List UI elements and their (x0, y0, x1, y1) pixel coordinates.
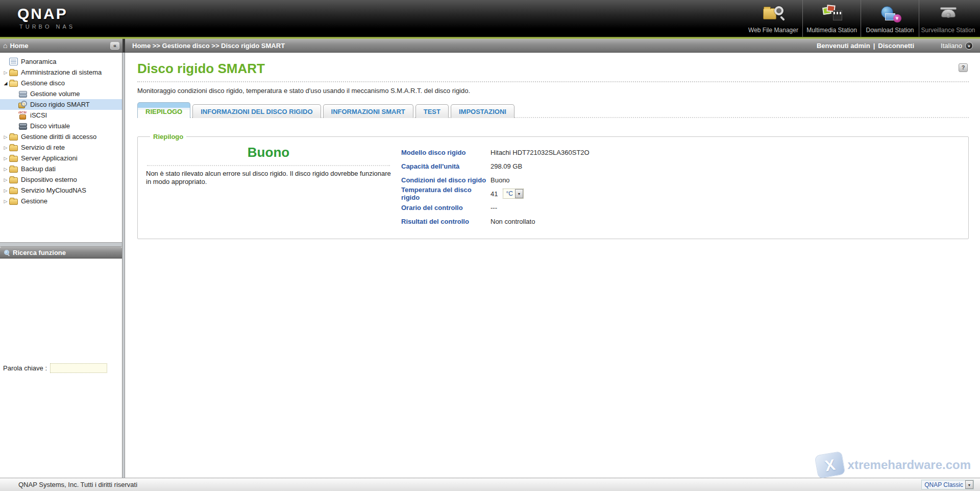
sidebar-item-iscsi[interactable]: iSCSI (0, 110, 122, 121)
expand-arrow-icon[interactable]: ▷ (2, 199, 9, 204)
breadcrumb[interactable]: Home >> Gestione disco >> Disco rigido S… (132, 42, 285, 50)
tab-informazioni-del-disco-rigido[interactable]: INFORMAZIONI DEL DISCO RIGIDO (192, 104, 321, 118)
expand-arrow-icon[interactable]: ▷ (2, 134, 9, 139)
sidebar-item-gestione-diritti-di-accesso[interactable]: ▷Gestione diritti di accesso (0, 131, 122, 142)
expand-arrow-icon[interactable]: ▷ (2, 188, 9, 193)
search-label: Parola chiave : (3, 364, 47, 372)
temperature-unit-select[interactable]: °C▼ (503, 189, 523, 199)
navigation-tree: Panoramica▷Amministrazione di sistema◢Ge… (0, 53, 122, 243)
summary-panel-legend: Riepilogo (150, 133, 186, 141)
folder-open-icon (9, 81, 18, 87)
field-label: Condizioni del disco rigido (401, 176, 491, 184)
tab-test[interactable]: TEST (415, 104, 449, 118)
logout-link[interactable]: Disconnetti (878, 42, 914, 50)
webfile-icon (761, 5, 786, 25)
sidebar-item-gestione-volume[interactable]: Gestione volume (0, 88, 122, 99)
sidebar-divider (0, 243, 122, 247)
qnap-logo: QNAP TURBO NAS (0, 0, 75, 37)
expand-arrow-icon[interactable]: ▷ (2, 70, 9, 75)
sidebar-item-label: Gestione (21, 196, 47, 206)
status-description: Non è stato rilevato alcun errore sul di… (146, 170, 391, 186)
sidebar-item-server-applicazioni[interactable]: ▷Server Applicazioni (0, 153, 122, 163)
language-selector[interactable]: Italiano ▼ (941, 42, 973, 50)
sidebar-item-dispositivo-esterno[interactable]: ▷Dispositivo esterno (0, 174, 122, 185)
field-row: Condizioni del disco rigidoBuono (401, 175, 590, 184)
turbo-nas-text: TURBO NAS (19, 24, 75, 30)
search-panel-body: Parola chiave : (0, 259, 122, 478)
sidebar-item-servizio-mycloudnas[interactable]: ▷Servizio MyCloudNAS (0, 185, 122, 196)
sidebar-item-amministrazione-di-sistema[interactable]: ▷Amministrazione di sistema (0, 67, 122, 78)
status-column: Buono Non è stato rilevato alcun errore … (143, 143, 394, 230)
tab-riepilogo[interactable]: RIEPILOGO (137, 102, 190, 118)
app-shortcut-label: Surveillance Station (921, 27, 975, 34)
sidebar-item-label: Gestione volume (30, 88, 80, 99)
folder-icon (9, 188, 18, 194)
sidebar-item-gestione-disco[interactable]: ◢Gestione disco (0, 78, 122, 88)
surveillance-icon (936, 5, 961, 25)
app-shortcut-label: Multimedia Station (806, 27, 857, 34)
app-shortcut-download[interactable]: ▼Download Station (861, 0, 919, 37)
sidebar-item-label: Disco virtuale (30, 121, 70, 131)
tab-impostazioni[interactable]: IMPOSTAZIONI (451, 104, 514, 118)
vdisk-icon (18, 123, 27, 130)
sidebar-item-panoramica[interactable]: Panoramica (0, 56, 122, 67)
sidebar-item-disco-virtuale[interactable]: Disco virtuale (0, 121, 122, 131)
sidebar-item-servizio-di-rete[interactable]: ▷Servizio di rete (0, 142, 122, 153)
field-value: Buono (491, 176, 510, 184)
field-value: Hitachi HDT721032SLA360ST2O (491, 149, 590, 156)
help-button[interactable]: ? (959, 63, 968, 72)
camera-dome-shape (941, 9, 955, 17)
smart-icon (18, 101, 27, 108)
folder-icon (9, 199, 18, 205)
language-dropdown-icon[interactable]: ▼ (965, 42, 973, 50)
sidebar-item-gestione[interactable]: ▷Gestione (0, 196, 122, 206)
magnifier-shape (774, 6, 783, 15)
field-value: Non controllato (491, 218, 535, 225)
sidebar-item-backup-dati[interactable]: ▷Backup dati (0, 163, 122, 174)
clapperboard-shape (833, 10, 842, 20)
expand-arrow-icon[interactable]: ▷ (2, 167, 9, 172)
collapse-arrow-icon[interactable]: ◢ (2, 81, 9, 86)
app-shortcut-multimedia[interactable]: Multimedia Station (802, 0, 861, 37)
sidebar-item-label: Servizio MyCloudNAS (21, 185, 86, 196)
sidebar-item-disco-rigido-smart[interactable]: Disco rigido SMART (0, 99, 122, 110)
expand-arrow-icon[interactable]: ▷ (2, 145, 9, 150)
top-bar: QNAP TURBO NAS Web File ManagerMultimedi… (0, 0, 980, 37)
search-panel-title: Ricerca funzione (13, 249, 66, 256)
page-description: Monitoraggio condizioni disco rigido, te… (137, 87, 969, 95)
field-row: Orario del controllo--- (401, 203, 590, 212)
main-content: ? Disco rigido SMART Monitoraggio condiz… (125, 53, 980, 478)
status-value: Buono (146, 145, 391, 160)
tab-informazioni-smart[interactable]: INFORMAZIONI SMART (323, 104, 413, 118)
header-row: ⌂ Home « Home >> Gestione disco >> Disco… (0, 39, 980, 53)
field-row: Risultati del controlloNon controllato (401, 217, 590, 226)
app-shortcut-surveillance[interactable]: Surveillance Station (919, 0, 977, 37)
magnifier-handle (780, 16, 785, 21)
theme-select[interactable]: QNAP Classic ▼ (921, 480, 974, 489)
sidebar-item-label: Backup dati (21, 163, 56, 174)
qnap-logo-text: QNAP (17, 5, 75, 22)
overview-icon (9, 58, 18, 65)
sidebar-item-label: Gestione diritti di accesso (21, 131, 96, 142)
expand-arrow-icon[interactable]: ▷ (2, 156, 9, 161)
status-divider (147, 165, 390, 166)
sidebar-item-label: Disco rigido SMART (30, 99, 90, 110)
sidebar-item-label: Gestione disco (21, 78, 65, 88)
sidebar-item-label: Server Applicazioni (21, 153, 78, 163)
app-shortcut-webfile[interactable]: Web File Manager (744, 0, 802, 37)
search-panel-header: Ricerca funzione (0, 247, 122, 259)
expand-arrow-icon[interactable]: ▷ (2, 177, 9, 182)
download-arrow-shape: ▼ (893, 14, 901, 22)
welcome-separator: | (873, 42, 875, 50)
folder-icon (9, 167, 18, 173)
sidebar-collapse-button[interactable]: « (110, 42, 119, 50)
theme-select-arrow-icon[interactable]: ▼ (965, 480, 973, 489)
search-input[interactable] (50, 363, 107, 373)
folder-icon (9, 145, 18, 151)
temperature-unit-arrow-icon[interactable]: ▼ (515, 189, 523, 198)
field-value: 41 (491, 190, 498, 198)
copyright-text: QNAP Systems, Inc. Tutti i diritti riser… (18, 481, 137, 488)
title-divider (137, 81, 969, 82)
sidebar-header: ⌂ Home « (0, 39, 122, 53)
app-shortcut-label: Download Station (866, 27, 914, 34)
